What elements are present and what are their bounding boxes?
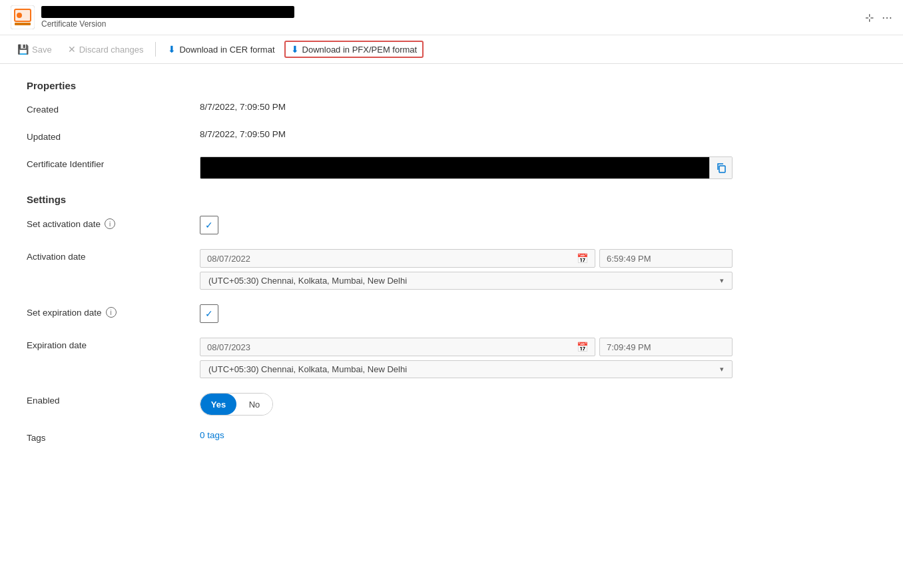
created-value: 8/7/2022, 7:09:50 PM — [200, 102, 839, 112]
page-subtitle: Certificate Version — [41, 19, 858, 29]
expiration-date-row: Expiration date 08/07/2023 📅 7:09:49 PM … — [27, 338, 839, 378]
tags-link[interactable]: 0 tags — [200, 430, 224, 440]
page-title — [41, 6, 294, 18]
updated-row: Updated 8/7/2022, 7:09:50 PM — [27, 129, 839, 142]
activation-date-time-row: 08/07/2022 📅 6:59:49 PM — [200, 249, 733, 268]
expiration-timezone-chevron: ▾ — [720, 365, 724, 374]
activation-date-value: 08/07/2022 📅 6:59:49 PM (UTC+05:30) Chen… — [200, 249, 839, 290]
set-expiration-row: Set expiration date i ✓ — [27, 304, 839, 323]
app-icon — [11, 5, 35, 29]
expiration-time-input[interactable]: 7:09:49 PM — [599, 338, 733, 356]
expiration-timezone-select[interactable]: (UTC+05:30) Chennai, Kolkata, Mumbai, Ne… — [200, 360, 733, 378]
discard-icon: ✕ — [68, 44, 76, 55]
svg-rect-5 — [719, 166, 725, 172]
activation-info-icon[interactable]: i — [105, 218, 115, 229]
toolbar-separator — [155, 42, 156, 57]
download-cer-button[interactable]: ⬇ Download in CER format — [161, 41, 281, 58]
title-bar: Certificate Version ⊹ ⋯ — [0, 0, 903, 35]
cert-id-value — [200, 157, 709, 178]
cert-id-row: Certificate Identifier — [27, 156, 839, 179]
toggle-yes-option[interactable]: Yes — [200, 394, 236, 415]
activation-date-input[interactable]: 08/07/2022 📅 — [200, 249, 595, 268]
tags-row: Tags 0 tags — [27, 430, 839, 443]
set-expiration-label: Set expiration date i — [27, 304, 200, 318]
activation-time-input[interactable]: 6:59:49 PM — [599, 249, 733, 268]
svg-point-3 — [17, 13, 22, 18]
expiration-date-fields: 08/07/2023 📅 7:09:49 PM (UTC+05:30) Chen… — [200, 338, 733, 378]
main-content: Properties Created 8/7/2022, 7:09:50 PM … — [0, 64, 866, 473]
set-activation-label: Set activation date i — [27, 216, 200, 229]
save-button[interactable]: 💾 Save — [11, 41, 59, 58]
download-pfx-icon: ⬇ — [291, 44, 299, 55]
discard-button[interactable]: ✕ Discard changes — [61, 41, 150, 58]
set-activation-value: ✓ — [200, 216, 839, 234]
settings-section-title: Settings — [27, 194, 839, 205]
properties-section-title: Properties — [27, 80, 839, 91]
activation-checkbox[interactable]: ✓ — [200, 216, 218, 234]
expiration-date-time-row: 08/07/2023 📅 7:09:49 PM — [200, 338, 733, 356]
tags-value: 0 tags — [200, 430, 839, 440]
enabled-value: Yes No — [200, 393, 839, 416]
updated-label: Updated — [27, 129, 200, 142]
activation-date-row: Activation date 08/07/2022 📅 6:59:49 PM … — [27, 249, 839, 290]
enabled-toggle[interactable]: Yes No — [200, 393, 273, 416]
activation-date-fields: 08/07/2022 📅 6:59:49 PM (UTC+05:30) Chen… — [200, 249, 733, 290]
pin-icon[interactable]: ⊹ — [865, 11, 874, 24]
toggle-no-option[interactable]: No — [236, 394, 272, 415]
expiration-info-icon[interactable]: i — [106, 307, 117, 318]
expiration-calendar-icon: 📅 — [577, 342, 588, 352]
activation-calendar-icon: 📅 — [577, 253, 588, 264]
toolbar: 💾 Save ✕ Discard changes ⬇ Download in C… — [0, 35, 903, 64]
more-icon[interactable]: ⋯ — [882, 11, 892, 24]
cert-id-label: Certificate Identifier — [27, 156, 200, 169]
download-cer-icon: ⬇ — [168, 44, 176, 55]
expiration-date-input[interactable]: 08/07/2023 📅 — [200, 338, 595, 356]
enabled-row: Enabled Yes No — [27, 393, 839, 416]
title-actions: ⊹ ⋯ — [865, 11, 892, 24]
cert-id-copy-button[interactable] — [709, 157, 732, 178]
expiration-date-label: Expiration date — [27, 338, 200, 350]
enabled-label: Enabled — [27, 393, 200, 406]
tags-label: Tags — [27, 430, 200, 443]
set-expiration-value: ✓ — [200, 304, 839, 323]
download-pfx-button[interactable]: ⬇ Download in PFX/PEM format — [284, 41, 424, 58]
cert-id-field — [200, 156, 733, 179]
svg-rect-4 — [15, 23, 31, 25]
cert-id-container-wrapper — [200, 156, 839, 179]
save-icon: 💾 — [17, 44, 29, 55]
expiration-checkbox[interactable]: ✓ — [200, 304, 218, 323]
activation-date-label: Activation date — [27, 249, 200, 262]
created-row: Created 8/7/2022, 7:09:50 PM — [27, 102, 839, 115]
activation-timezone-select[interactable]: (UTC+05:30) Chennai, Kolkata, Mumbai, Ne… — [200, 272, 733, 290]
activation-timezone-chevron: ▾ — [720, 276, 724, 285]
created-label: Created — [27, 102, 200, 115]
expiration-date-value: 08/07/2023 📅 7:09:49 PM (UTC+05:30) Chen… — [200, 338, 839, 378]
set-activation-row: Set activation date i ✓ — [27, 216, 839, 234]
title-text-block: Certificate Version — [41, 6, 858, 29]
updated-value: 8/7/2022, 7:09:50 PM — [200, 129, 839, 139]
